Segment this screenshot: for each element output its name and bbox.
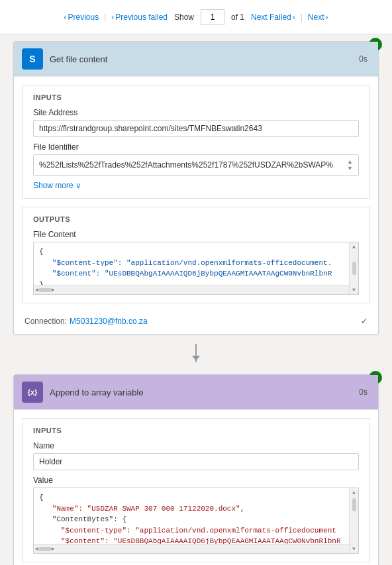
chevron-down-icon: ∨ <box>75 181 81 190</box>
outputs-label-1: OUTPUTS <box>33 215 359 223</box>
file-identifier-text: %252fLists%252fTrades%252fAttachments%25… <box>39 160 344 170</box>
next-nav-button[interactable]: Next › <box>308 13 328 22</box>
horizontal-scrollbar-2[interactable]: ◄ ► <box>34 544 349 553</box>
nav-separator-2: | <box>301 13 303 22</box>
scroll-thumb-h-1 <box>38 288 52 292</box>
page-input[interactable] <box>201 9 224 25</box>
scroll-thumb-h-2 <box>38 547 52 551</box>
card-header-2: {x} Append to array variable 0s <box>14 375 378 410</box>
inputs-label-2: INPUTS <box>33 427 359 435</box>
card-title-2: Append to array variable <box>50 387 359 397</box>
file-identifier-field: %252fLists%252fTrades%252fAttachments%25… <box>33 154 359 176</box>
show-more-link[interactable]: Show more ∨ <box>33 181 359 190</box>
value-line-3: "ContentBytes": { <box>39 514 348 525</box>
chevron-right-icon: › <box>326 13 328 22</box>
site-address-field: https://firstrandgroup.sharepoint.com/si… <box>33 120 359 137</box>
main-content: ✓ S Get file content 0s INPUTS Site Addr… <box>0 34 392 565</box>
connector-arrow-1 <box>13 345 379 369</box>
file-identifier-label: File Identifier <box>33 142 359 152</box>
card-duration-2: 0s <box>359 387 368 397</box>
previous-failed-nav-button[interactable]: ‹ Previous failed <box>111 13 168 22</box>
scroll-thumb-v-1 <box>352 262 356 275</box>
card-title-1: Get file content <box>50 54 359 64</box>
next-failed-nav-button[interactable]: Next Failed › <box>251 13 295 22</box>
code-line-1: { <box>39 246 348 258</box>
show-label: Show <box>174 13 194 22</box>
connector-wrap <box>195 344 197 370</box>
card-header-1: S Get file content 0s <box>14 42 378 77</box>
variable-icon: {x} <box>22 382 43 403</box>
card-duration-1: 0s <box>359 54 368 64</box>
horizontal-scrollbar-1[interactable]: ◄ ► <box>34 285 349 294</box>
code-line-2: "$content-type": "application/vnd.openxm… <box>39 258 348 269</box>
top-navigation: ‹ Previous | ‹ Previous failed Show of 1… <box>0 0 392 34</box>
name-field: Holder <box>33 453 359 470</box>
file-content-box: { "$content-type": "application/vnd.open… <box>33 242 359 295</box>
inputs-section-1: INPUTS Site Address https://firstrandgro… <box>22 85 370 199</box>
scroll-thumb-v-2 <box>352 498 356 511</box>
connection-row-1: Connection: M5031230@fnb.co.za ✓ <box>14 311 378 334</box>
chevron-left-failed-icon: ‹ <box>111 13 114 22</box>
inputs-label-1: INPUTS <box>33 93 359 101</box>
inputs-section-2: INPUTS Name Holder Value { "Name": "USDZ… <box>22 418 370 562</box>
site-address-label: Site Address <box>33 108 359 117</box>
value-line-4: "$content-type": "application/vnd.openxm… <box>39 525 348 537</box>
get-file-content-card: ✓ S Get file content 0s INPUTS Site Addr… <box>13 41 379 334</box>
value-box: { "Name": "USDZAR SWAP 307 000 17122020.… <box>33 488 359 554</box>
file-content-label: File Content <box>33 230 359 239</box>
scroll-arrows: ▲ ▼ <box>347 158 353 172</box>
value-line-2: "Name": "USDZAR SWAP 307 000 17122020.do… <box>39 503 348 515</box>
connection-email[interactable]: M5031230@fnb.co.za <box>70 317 148 326</box>
sharepoint-icon: S <box>22 48 43 70</box>
chevron-left-icon: ‹ <box>64 13 66 22</box>
down-arrow-icon <box>192 356 200 361</box>
nav-separator-1: | <box>104 13 106 22</box>
connection-check-icon: ✓ <box>361 317 368 326</box>
chevron-right-failed-icon: › <box>293 13 295 22</box>
value-line-1: { <box>39 492 348 503</box>
append-array-card: ✓ {x} Append to array variable 0s INPUTS… <box>13 374 379 565</box>
code-line-3: "$content": "UEsDBBQAbgAIAAAAIQD6jBybpQE… <box>39 268 348 280</box>
connection-label: Connection: <box>24 317 67 326</box>
name-label: Name <box>33 441 359 450</box>
vertical-scrollbar-2[interactable]: ▲ ▼ <box>349 488 358 553</box>
value-label: Value <box>33 476 359 485</box>
outputs-section-1: OUTPUTS File Content { "$content-type": … <box>22 207 370 303</box>
of-text: of 1 <box>231 13 244 22</box>
previous-nav-button[interactable]: ‹ Previous <box>64 13 99 22</box>
vertical-scrollbar-1[interactable]: ▲ ▼ <box>349 242 358 294</box>
